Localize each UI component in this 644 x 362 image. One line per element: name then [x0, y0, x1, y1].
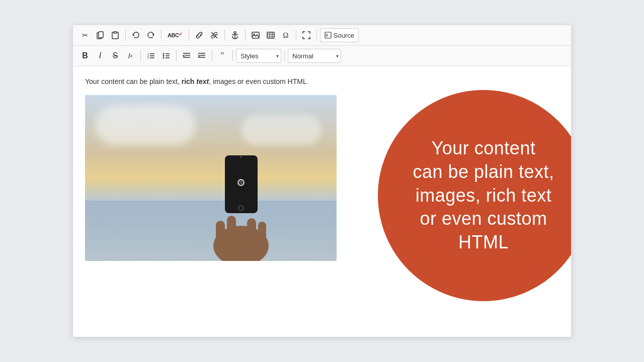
content-area: Your contentcan be plain text,images, ri… [85, 95, 559, 261]
separator-11 [232, 50, 233, 61]
svg-rect-38 [216, 221, 225, 256]
svg-rect-39 [227, 216, 236, 256]
align-button[interactable] [264, 28, 278, 42]
separator-5 [245, 30, 246, 41]
svg-point-27 [163, 57, 165, 59]
content-bubble: Your contentcan be plain text,images, ri… [378, 90, 571, 301]
copy-button[interactable] [93, 28, 107, 42]
svg-rect-40 [247, 218, 256, 256]
indent-button[interactable] [195, 49, 209, 63]
redo-button[interactable] [144, 28, 158, 42]
svg-rect-41 [258, 222, 266, 254]
svg-point-26 [163, 55, 165, 57]
paste-button[interactable] [108, 28, 122, 42]
ordered-list-button[interactable]: 123 [144, 49, 158, 63]
format-select-wrapper: Normal Heading 1 Heading 2 Heading 3 Pre… [288, 49, 341, 63]
strikethrough-button[interactable]: S [108, 49, 122, 63]
italic-button[interactable]: I [93, 49, 107, 63]
bold-button[interactable]: B [78, 49, 92, 63]
unordered-list-button[interactable] [159, 49, 173, 63]
svg-point-46 [240, 156, 242, 158]
rich-text-editor: ✂ ABC✓ [73, 25, 571, 337]
source-label: Source [334, 32, 354, 39]
toolbar-row-2: B I S Ix 123 " Styles Heading 1 Heading … [73, 46, 571, 66]
fullscreen-button[interactable] [299, 28, 313, 42]
svg-text:3: 3 [147, 56, 149, 59]
separator-8 [140, 50, 141, 61]
outdent-button[interactable] [180, 49, 194, 63]
image-button[interactable] [249, 28, 263, 42]
cut-button[interactable]: ✂ [78, 28, 92, 42]
svg-point-25 [163, 53, 165, 55]
toolbar-row-1: ✂ ABC✓ [73, 25, 571, 46]
separator-12 [284, 50, 285, 61]
link-button[interactable] [192, 28, 206, 42]
anchor-button[interactable] [228, 28, 242, 42]
phone-hand-svg [191, 130, 291, 261]
separator-1 [125, 30, 126, 41]
editor-image [85, 95, 337, 261]
svg-point-5 [234, 32, 236, 34]
bubble-text: Your contentcan be plain text,images, ri… [413, 137, 554, 254]
separator-2 [161, 30, 162, 41]
svg-rect-1 [99, 32, 103, 38]
blockquote-button[interactable]: " [215, 49, 229, 63]
styles-select[interactable]: Styles Heading 1 Heading 2 Heading 3 [236, 49, 281, 63]
unlink-button[interactable] [207, 28, 221, 42]
special-char-button[interactable]: Ω [279, 28, 293, 42]
cloud-1 [95, 105, 196, 145]
undo-button[interactable] [129, 28, 143, 42]
separator-10 [212, 50, 212, 61]
clear-format-button[interactable]: Ix [123, 49, 137, 63]
spell-check-button[interactable]: ABC✓ [165, 28, 186, 42]
svg-rect-10 [267, 32, 274, 38]
source-button[interactable]: Source [320, 28, 359, 42]
format-select[interactable]: Normal Heading 1 Heading 2 Heading 3 Pre… [288, 49, 341, 63]
separator-9 [176, 50, 177, 61]
svg-point-47 [238, 179, 244, 186]
styles-select-wrapper: Styles Heading 1 Heading 2 Heading 3 ▾ [236, 49, 281, 63]
intro-text: Your content can be plain text, rich tex… [85, 76, 559, 87]
separator-3 [189, 30, 189, 41]
separator-6 [296, 30, 296, 41]
separator-4 [224, 30, 225, 41]
separator-7 [316, 30, 317, 41]
editor-content[interactable]: Your content can be plain text, rich tex… [73, 66, 571, 298]
svg-rect-3 [114, 32, 117, 33]
